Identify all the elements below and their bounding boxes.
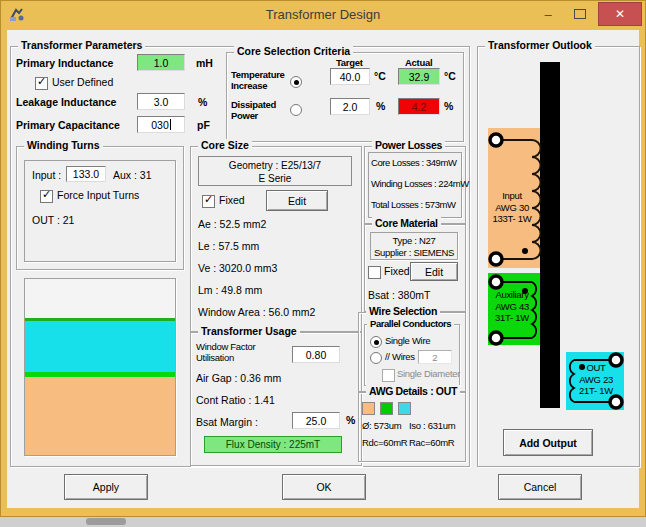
desktop-artifact bbox=[86, 518, 126, 525]
dissipated-actual-unit: % bbox=[444, 100, 453, 112]
ok-button[interactable]: OK bbox=[282, 474, 366, 500]
temperature-actual-display: 32.9 bbox=[398, 68, 440, 85]
dissipated-power-label: Dissipated Power bbox=[231, 100, 287, 121]
flux-density-display: Flux Density : 225mT bbox=[204, 436, 342, 453]
temperature-radio[interactable] bbox=[290, 76, 302, 88]
core-le-text: Le : 57.5 mm bbox=[198, 240, 259, 252]
dissipated-target-unit: % bbox=[376, 100, 385, 112]
single-wire-label: Single Wire bbox=[385, 335, 430, 346]
capacitance-value: 030 bbox=[151, 119, 169, 131]
bsat-margin-label: Bsat Margin : bbox=[196, 416, 258, 428]
parallel-wires-label: // Wires bbox=[385, 351, 415, 362]
maximize-icon bbox=[574, 9, 586, 19]
target-header: Target bbox=[336, 57, 363, 68]
leakage-inductance-field[interactable]: 3.0 bbox=[137, 93, 185, 110]
winding-losses-text: Winding Losses : 224mW bbox=[371, 178, 469, 189]
dissipated-target-field[interactable]: 2.0 bbox=[330, 98, 370, 115]
primary-capacitance-label: Primary Capacitance bbox=[16, 119, 120, 131]
core-material-fixed-label: Fixed bbox=[384, 265, 410, 277]
winding-awg: AWG 23 bbox=[572, 374, 620, 386]
bobbin-empty-area bbox=[25, 279, 175, 318]
cancel-label: Cancel bbox=[524, 481, 557, 493]
core-ve-text: Ve : 3020.0 mm3 bbox=[198, 262, 277, 274]
winding-turns: 31T- 1W bbox=[486, 312, 538, 324]
awg-swatch-input bbox=[362, 402, 375, 415]
winding-name: Auxiliary bbox=[486, 289, 538, 301]
core-size-fixed-checkbox[interactable] bbox=[202, 195, 215, 208]
group-title: Wire Selection bbox=[366, 305, 440, 317]
force-input-turns-checkbox[interactable] bbox=[40, 190, 53, 203]
parallel-wires-count-field: 2 bbox=[418, 350, 452, 364]
dissipated-radio[interactable] bbox=[290, 104, 302, 116]
text-caret bbox=[170, 119, 171, 130]
bsat-margin-field[interactable]: 25.0 bbox=[292, 412, 340, 429]
winding-awg: AWG 30 bbox=[486, 202, 538, 214]
group-title: AWG Details : OUT bbox=[366, 385, 460, 397]
primary-inductance-value: 1.0 bbox=[154, 57, 169, 69]
bsat-margin-value: 25.0 bbox=[306, 415, 326, 427]
user-defined-checkbox[interactable] bbox=[35, 77, 48, 90]
group-title: Core Material bbox=[372, 217, 441, 229]
close-icon: ✕ bbox=[615, 7, 625, 21]
temperature-actual-unit: °C bbox=[444, 70, 456, 82]
core-losses-text: Core Losses : 349mW bbox=[371, 157, 456, 168]
temperature-target-field[interactable]: 40.0 bbox=[330, 68, 370, 85]
core-material-type: Type : N27 bbox=[371, 235, 457, 247]
capacitance-unit: pF bbox=[197, 119, 210, 131]
winding-out-label: OUT AWG 23 21T- 1W bbox=[572, 362, 620, 397]
single-diameter-checkbox bbox=[382, 369, 395, 382]
close-button[interactable]: ✕ bbox=[598, 2, 642, 26]
flux-density-text: Flux Density : 225mT bbox=[226, 439, 320, 450]
group-title: Transformer Usage bbox=[198, 325, 300, 337]
force-input-turns-label: Force Input Turns bbox=[57, 189, 139, 201]
minimize-button[interactable]: – bbox=[534, 2, 562, 26]
cancel-button[interactable]: Cancel bbox=[498, 474, 582, 500]
actual-header: Actual bbox=[405, 57, 432, 68]
core-material-fixed-checkbox[interactable] bbox=[368, 266, 381, 279]
apply-button[interactable]: Apply bbox=[64, 474, 148, 500]
core-material-edit-button[interactable]: Edit bbox=[410, 262, 458, 281]
window-factor-field[interactable]: 0.80 bbox=[292, 346, 340, 363]
edit-label: Edit bbox=[288, 195, 306, 207]
leakage-inductance-label: Leakage Inductance bbox=[16, 96, 116, 108]
awg-rac-text: Rac=60mR bbox=[409, 437, 454, 448]
single-wire-radio[interactable] bbox=[370, 336, 382, 348]
input-turns-field[interactable]: 133.0 bbox=[66, 166, 106, 182]
awg-rdc-text: Rdc=60mR bbox=[362, 437, 407, 448]
core-bar bbox=[540, 62, 560, 408]
bsat-text: Bsat : 380mT bbox=[368, 289, 430, 301]
geometry-line2: E Serie bbox=[199, 172, 351, 185]
temperature-increase-label: Temperature Increase bbox=[231, 70, 287, 91]
window-factor-line2: Utilisation bbox=[196, 352, 234, 363]
dissipated-actual-display: 4.2 bbox=[398, 98, 440, 115]
window-factor-line1: Window Factor bbox=[196, 341, 255, 352]
group-title: Transformer Parameters bbox=[18, 39, 145, 51]
primary-inductance-field[interactable]: 1.0 bbox=[137, 54, 185, 71]
winding-name: OUT bbox=[572, 362, 620, 374]
parallel-wires-radio[interactable] bbox=[370, 352, 382, 364]
temperature-target-value: 40.0 bbox=[340, 71, 360, 83]
ok-label: OK bbox=[316, 481, 331, 493]
input-turns-value: 133.0 bbox=[73, 168, 99, 180]
awg-diameter-text: Ø: 573um bbox=[362, 420, 401, 431]
primary-capacitance-field[interactable]: 030 bbox=[137, 116, 185, 133]
geometry-line1: Geometry : E25/13/7 bbox=[199, 159, 351, 172]
group-title: Core Size bbox=[198, 139, 252, 151]
add-output-label: Add Output bbox=[519, 437, 577, 449]
add-output-button[interactable]: Add Output bbox=[503, 429, 593, 456]
core-size-edit-button[interactable]: Edit bbox=[266, 190, 328, 211]
awg-swatch-out bbox=[398, 402, 411, 415]
leakage-unit: % bbox=[198, 96, 207, 108]
aux-turns-text: Aux : 31 bbox=[113, 169, 152, 181]
dissipated-actual-value: 4.2 bbox=[412, 101, 427, 113]
maximize-button[interactable] bbox=[566, 2, 594, 26]
primary-inductance-label: Primary Inductance bbox=[16, 57, 113, 69]
winding-auxiliary-label: Auxiliary AWG 43 31T- 1W bbox=[486, 289, 538, 324]
core-material-supplier: Supplier : SIEMENS bbox=[371, 247, 457, 259]
dissipated-target-value: 2.0 bbox=[343, 101, 358, 113]
geometry-button[interactable]: Geometry : E25/13/7 E Serie bbox=[198, 156, 352, 186]
titlebar: Transformer Design – ✕ bbox=[0, 0, 646, 30]
core-size-fixed-label: Fixed bbox=[219, 194, 245, 206]
out-turns-text: OUT : 21 bbox=[32, 214, 74, 226]
bobbin-out-band bbox=[25, 321, 175, 372]
